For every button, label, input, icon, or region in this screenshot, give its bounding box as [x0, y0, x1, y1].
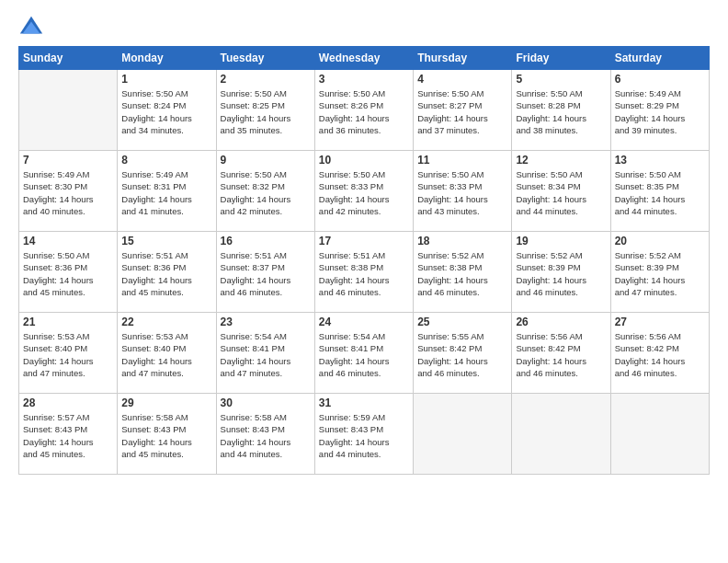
day-number: 14 [23, 235, 113, 247]
day-number: 18 [417, 235, 507, 247]
calendar-cell: 13Sunrise: 5:50 AM Sunset: 8:35 PM Dayli… [610, 151, 709, 232]
day-info: Sunrise: 5:52 AM Sunset: 8:38 PM Dayligh… [417, 249, 507, 298]
day-info: Sunrise: 5:56 AM Sunset: 8:42 PM Dayligh… [615, 330, 705, 379]
day-number: 21 [23, 316, 113, 328]
calendar-cell: 15Sunrise: 5:51 AM Sunset: 8:36 PM Dayli… [118, 232, 216, 313]
logo-icon [18, 15, 44, 40]
day-info: Sunrise: 5:53 AM Sunset: 8:40 PM Dayligh… [121, 330, 211, 379]
day-number: 24 [319, 316, 409, 328]
page: SundayMondayTuesdayWednesdayThursdayFrid… [0, 0, 728, 563]
day-info: Sunrise: 5:51 AM Sunset: 8:38 PM Dayligh… [319, 249, 409, 298]
calendar-cell: 14Sunrise: 5:50 AM Sunset: 8:36 PM Dayli… [19, 232, 118, 313]
day-number: 12 [516, 154, 606, 167]
day-number: 10 [319, 154, 409, 167]
day-number: 25 [417, 316, 507, 328]
day-info: Sunrise: 5:50 AM Sunset: 8:24 PM Dayligh… [121, 87, 211, 136]
day-header-sunday: Sunday [19, 47, 118, 70]
calendar-cell: 31Sunrise: 5:59 AM Sunset: 8:43 PM Dayli… [314, 394, 413, 475]
week-row-1: 1Sunrise: 5:50 AM Sunset: 8:24 PM Daylig… [19, 70, 710, 151]
day-number: 2 [221, 73, 311, 86]
day-info: Sunrise: 5:57 AM Sunset: 8:43 PM Dayligh… [23, 411, 113, 460]
calendar-cell: 2Sunrise: 5:50 AM Sunset: 8:25 PM Daylig… [216, 70, 314, 151]
calendar: SundayMondayTuesdayWednesdayThursdayFrid… [18, 46, 710, 475]
calendar-cell: 19Sunrise: 5:52 AM Sunset: 8:39 PM Dayli… [512, 232, 610, 313]
calendar-cell: 5Sunrise: 5:50 AM Sunset: 8:28 PM Daylig… [512, 70, 610, 151]
day-info: Sunrise: 5:50 AM Sunset: 8:36 PM Dayligh… [23, 249, 113, 298]
day-number: 15 [121, 235, 211, 247]
day-header-friday: Friday [512, 47, 610, 70]
day-info: Sunrise: 5:59 AM Sunset: 8:43 PM Dayligh… [319, 411, 409, 460]
day-number: 11 [417, 154, 507, 167]
calendar-cell: 22Sunrise: 5:53 AM Sunset: 8:40 PM Dayli… [118, 313, 216, 394]
day-info: Sunrise: 5:58 AM Sunset: 8:43 PM Dayligh… [221, 411, 311, 460]
day-number: 20 [615, 235, 705, 247]
day-info: Sunrise: 5:50 AM Sunset: 8:35 PM Dayligh… [615, 168, 705, 217]
day-info: Sunrise: 5:51 AM Sunset: 8:36 PM Dayligh… [121, 249, 211, 298]
day-info: Sunrise: 5:51 AM Sunset: 8:37 PM Dayligh… [221, 249, 311, 298]
day-number: 26 [516, 316, 606, 328]
calendar-cell: 1Sunrise: 5:50 AM Sunset: 8:24 PM Daylig… [118, 70, 216, 151]
calendar-cell: 16Sunrise: 5:51 AM Sunset: 8:37 PM Dayli… [216, 232, 314, 313]
header-row: SundayMondayTuesdayWednesdayThursdayFrid… [19, 47, 710, 70]
day-number: 4 [417, 73, 507, 86]
calendar-cell [610, 394, 709, 475]
calendar-cell [414, 394, 512, 475]
day-number: 6 [615, 73, 705, 86]
calendar-cell: 7Sunrise: 5:49 AM Sunset: 8:30 PM Daylig… [19, 151, 118, 232]
day-number: 31 [319, 396, 409, 409]
calendar-cell [512, 394, 610, 475]
day-number: 8 [121, 154, 211, 167]
calendar-cell: 27Sunrise: 5:56 AM Sunset: 8:42 PM Dayli… [610, 313, 709, 394]
calendar-cell: 20Sunrise: 5:52 AM Sunset: 8:39 PM Dayli… [610, 232, 709, 313]
day-number: 29 [121, 396, 211, 409]
week-row-3: 14Sunrise: 5:50 AM Sunset: 8:36 PM Dayli… [19, 232, 710, 313]
day-info: Sunrise: 5:50 AM Sunset: 8:27 PM Dayligh… [417, 87, 507, 136]
calendar-cell: 30Sunrise: 5:58 AM Sunset: 8:43 PM Dayli… [216, 394, 314, 475]
calendar-cell: 6Sunrise: 5:49 AM Sunset: 8:29 PM Daylig… [610, 70, 709, 151]
week-row-2: 7Sunrise: 5:49 AM Sunset: 8:30 PM Daylig… [19, 151, 710, 232]
day-info: Sunrise: 5:50 AM Sunset: 8:33 PM Dayligh… [417, 168, 507, 217]
calendar-cell: 8Sunrise: 5:49 AM Sunset: 8:31 PM Daylig… [118, 151, 216, 232]
day-info: Sunrise: 5:50 AM Sunset: 8:28 PM Dayligh… [516, 87, 606, 136]
day-number: 17 [319, 235, 409, 247]
day-number: 30 [221, 396, 311, 409]
day-header-tuesday: Tuesday [216, 47, 314, 70]
day-info: Sunrise: 5:50 AM Sunset: 8:32 PM Dayligh… [221, 168, 311, 217]
day-number: 13 [615, 154, 705, 167]
day-info: Sunrise: 5:49 AM Sunset: 8:30 PM Dayligh… [23, 168, 113, 217]
day-info: Sunrise: 5:50 AM Sunset: 8:34 PM Dayligh… [516, 168, 606, 217]
calendar-cell: 11Sunrise: 5:50 AM Sunset: 8:33 PM Dayli… [414, 151, 512, 232]
calendar-cell: 21Sunrise: 5:53 AM Sunset: 8:40 PM Dayli… [19, 313, 118, 394]
calendar-cell: 17Sunrise: 5:51 AM Sunset: 8:38 PM Dayli… [314, 232, 413, 313]
day-info: Sunrise: 5:52 AM Sunset: 8:39 PM Dayligh… [615, 249, 705, 298]
day-number: 3 [319, 73, 409, 86]
week-row-5: 28Sunrise: 5:57 AM Sunset: 8:43 PM Dayli… [19, 394, 710, 475]
day-number: 23 [221, 316, 311, 328]
calendar-cell: 4Sunrise: 5:50 AM Sunset: 8:27 PM Daylig… [414, 70, 512, 151]
day-info: Sunrise: 5:50 AM Sunset: 8:26 PM Dayligh… [319, 87, 409, 136]
day-info: Sunrise: 5:54 AM Sunset: 8:41 PM Dayligh… [319, 330, 409, 379]
day-number: 1 [121, 73, 211, 86]
calendar-cell: 12Sunrise: 5:50 AM Sunset: 8:34 PM Dayli… [512, 151, 610, 232]
day-number: 5 [516, 73, 606, 86]
calendar-cell: 28Sunrise: 5:57 AM Sunset: 8:43 PM Dayli… [19, 394, 118, 475]
day-number: 28 [23, 396, 113, 409]
calendar-cell: 23Sunrise: 5:54 AM Sunset: 8:41 PM Dayli… [216, 313, 314, 394]
calendar-cell: 25Sunrise: 5:55 AM Sunset: 8:42 PM Dayli… [414, 313, 512, 394]
day-header-thursday: Thursday [414, 47, 512, 70]
calendar-cell: 24Sunrise: 5:54 AM Sunset: 8:41 PM Dayli… [314, 313, 413, 394]
logo [18, 15, 48, 40]
day-info: Sunrise: 5:52 AM Sunset: 8:39 PM Dayligh… [516, 249, 606, 298]
day-header-saturday: Saturday [610, 47, 709, 70]
day-number: 16 [221, 235, 311, 247]
day-info: Sunrise: 5:56 AM Sunset: 8:42 PM Dayligh… [516, 330, 606, 379]
calendar-cell [19, 70, 118, 151]
calendar-cell: 18Sunrise: 5:52 AM Sunset: 8:38 PM Dayli… [414, 232, 512, 313]
day-info: Sunrise: 5:53 AM Sunset: 8:40 PM Dayligh… [23, 330, 113, 379]
day-number: 9 [221, 154, 311, 167]
day-info: Sunrise: 5:54 AM Sunset: 8:41 PM Dayligh… [221, 330, 311, 379]
day-number: 19 [516, 235, 606, 247]
header [18, 15, 710, 40]
calendar-cell: 26Sunrise: 5:56 AM Sunset: 8:42 PM Dayli… [512, 313, 610, 394]
calendar-cell: 9Sunrise: 5:50 AM Sunset: 8:32 PM Daylig… [216, 151, 314, 232]
